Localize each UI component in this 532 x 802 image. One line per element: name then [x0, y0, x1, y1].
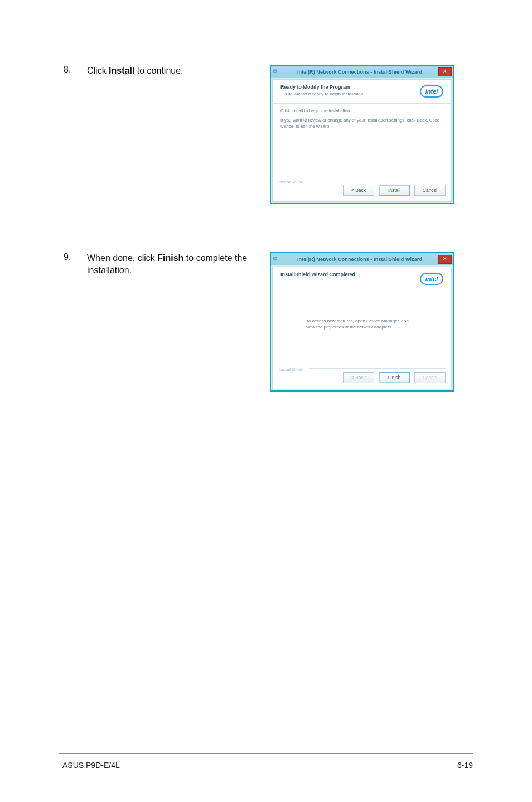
step-text-post: to continue.: [134, 66, 183, 75]
dialog-body: Ready to Modify the Program The wizard i…: [272, 79, 452, 202]
dialog-completed: ⧉ Intel(R) Network Connections - Install…: [270, 252, 454, 392]
footer-left: ASUS P9D-E/4L: [62, 761, 120, 770]
cancel-button[interactable]: Cancel: [414, 185, 446, 196]
footer-right: 6-19: [457, 761, 473, 770]
back-button[interactable]: < Back: [343, 185, 374, 196]
intel-logo: intel: [420, 85, 443, 98]
divider: [309, 181, 446, 181]
titlebar-text: Intel(R) Network Connections - InstallSh…: [281, 69, 438, 75]
header-subtitle: The wizard is ready to begin installatio…: [285, 91, 415, 96]
step-text-bold: Finish: [157, 253, 183, 263]
step-text-pre: When done, click: [87, 253, 157, 263]
header-texts: InstallShield Wizard Completed: [280, 272, 420, 277]
divider: [309, 368, 446, 369]
cancel-button: Cancel: [414, 372, 446, 383]
body-line-1: Click Install to begin the installation.: [280, 108, 443, 113]
content-area: Click Install to begin the installation.…: [273, 104, 451, 178]
app-icon: ⧉: [273, 255, 281, 263]
header-area: InstallShield Wizard Completed intel: [273, 267, 451, 291]
app-icon: ⧉: [273, 68, 281, 76]
header-title: InstallShield Wizard Completed: [280, 272, 415, 277]
content-area: To access new features, open Device Mana…: [273, 291, 451, 366]
page-footer: ASUS P9D-E/4L 6-19: [62, 761, 473, 770]
dialog-ready-to-install: ⧉ Intel(R) Network Connections - Install…: [270, 65, 454, 204]
close-button[interactable]: ✕: [438, 67, 452, 76]
button-row: < Back Finish Cancel: [278, 372, 446, 383]
back-button: < Back: [343, 372, 374, 383]
button-row: < Back Install Cancel: [278, 185, 446, 196]
close-button[interactable]: ✕: [438, 255, 452, 264]
intel-logo: intel: [420, 273, 443, 285]
step-text-bold: Install: [109, 66, 134, 75]
install-button[interactable]: Install: [379, 185, 410, 196]
footer-rule: [59, 753, 473, 754]
body-message: To access new features, open Device Mana…: [306, 318, 418, 330]
dialog-body: InstallShield Wizard Completed intel To …: [272, 267, 452, 389]
body-line-2: If you want to review or change any of y…: [280, 118, 443, 130]
step-text: Click Install to continue.: [87, 65, 263, 77]
header-area: Ready to Modify the Program The wizard i…: [273, 80, 451, 104]
step-number: 9.: [64, 252, 83, 262]
installshield-label: InstallShield: [279, 180, 303, 185]
finish-button[interactable]: Finish: [379, 372, 410, 383]
installshield-label: InstallShield: [279, 367, 303, 372]
titlebar: ⧉ Intel(R) Network Connections - Install…: [271, 66, 453, 78]
titlebar: ⧉ Intel(R) Network Connections - Install…: [271, 253, 453, 265]
header-texts: Ready to Modify the Program The wizard i…: [280, 84, 420, 96]
page: 8. Click Install to continue. ⧉ Intel(R)…: [0, 0, 532, 802]
step-number: 8.: [64, 65, 83, 75]
close-icon: ✕: [443, 257, 447, 262]
step-text: When done, click Finish to complete the …: [87, 252, 263, 276]
footer-area: InstallShield < Back Install Cancel: [273, 178, 451, 201]
footer-area: InstallShield < Back Finish Cancel: [273, 366, 451, 389]
header-title: Ready to Modify the Program: [280, 84, 415, 90]
titlebar-text: Intel(R) Network Connections - InstallSh…: [281, 257, 438, 262]
step-text-pre: Click: [87, 66, 109, 75]
close-icon: ✕: [443, 69, 447, 74]
